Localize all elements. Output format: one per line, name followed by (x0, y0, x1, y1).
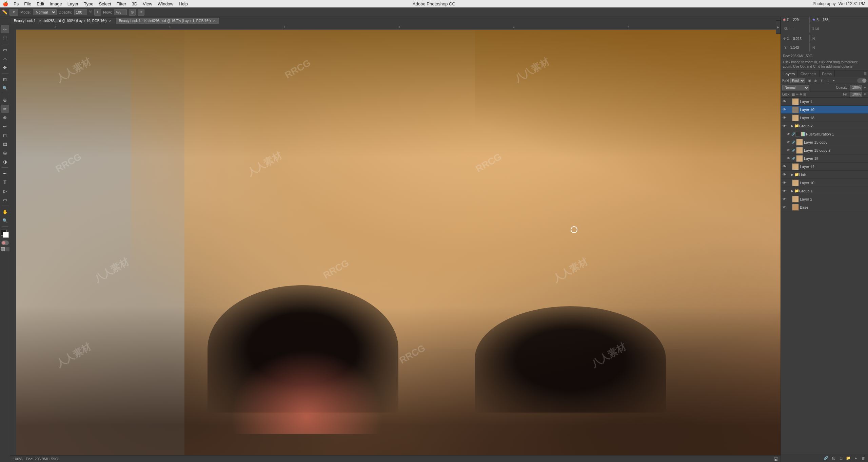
move-tool[interactable]: ⊹ (1, 25, 9, 33)
add-mask-btn[interactable]: ◻ (837, 455, 844, 461)
hair-collapse-icon[interactable]: ▶ (791, 173, 794, 176)
color-picker[interactable] (1, 230, 9, 238)
menu-file[interactable]: File (24, 1, 31, 6)
menu-filter[interactable]: Filter (117, 1, 126, 6)
layer-row-layer1[interactable]: 👁 Layer 1 (781, 98, 868, 106)
layer-row-layer10[interactable]: 👁 Layer 10 (781, 179, 868, 187)
menu-window[interactable]: Window (158, 1, 173, 6)
status-arrow[interactable]: ▶ (774, 457, 778, 461)
filter-shape-icon[interactable]: ◻ (825, 78, 830, 83)
layer-row-layer15[interactable]: 👁 🔗 Layer 15 (781, 154, 868, 163)
huesat-visibility[interactable]: 👁 (786, 131, 791, 137)
lock-transparent-icon[interactable]: ▦ (792, 92, 795, 96)
blend-mode-select[interactable]: Normal (33, 9, 57, 15)
group2-visibility[interactable]: 👁 (782, 123, 787, 129)
marquee-tool[interactable]: ▭ (1, 46, 9, 54)
layer15copy-visibility[interactable]: 👁 (786, 140, 791, 145)
menu-edit[interactable]: Edit (37, 1, 44, 6)
quick-select-tool[interactable]: ✤ (1, 63, 9, 71)
layer-row-group2[interactable]: 👁 ▶ 📁 Group 2 (781, 122, 868, 130)
opacity-input[interactable] (74, 9, 87, 15)
menu-ps[interactable]: Ps (14, 1, 19, 6)
menu-help[interactable]: Help (179, 1, 188, 6)
tab-2-close[interactable]: ✕ (213, 19, 216, 23)
zoom-tool[interactable]: 🔍 (1, 216, 9, 225)
text-tool[interactable]: T (1, 178, 9, 186)
crop-tool[interactable]: ⊡ (1, 75, 9, 83)
lock-artboard-icon[interactable]: ⊞ (803, 92, 806, 96)
base-visibility[interactable]: 👁 (782, 205, 787, 210)
lasso-tool[interactable]: ⌓ (1, 55, 9, 63)
path-select-tool[interactable]: ▷ (1, 187, 9, 195)
layers-tab[interactable]: Layers (781, 70, 798, 77)
group1-collapse-icon[interactable]: ▶ (791, 189, 794, 193)
healing-brush-tool[interactable]: ⊕ (1, 96, 9, 104)
dodge-tool[interactable]: ◑ (1, 158, 9, 166)
filter-adjust-icon[interactable]: ◑ (813, 78, 818, 83)
tab-1-close[interactable]: ✕ (109, 19, 112, 23)
quick-mask-btn[interactable] (1, 240, 9, 245)
filter-smart-icon[interactable]: ✦ (831, 78, 836, 83)
blur-tool[interactable]: ◎ (1, 149, 9, 157)
layer-list[interactable]: 👁 Layer 1 👁 Layer 19 👁 Layer 18 👁 ▶ 📁 Gr… (781, 98, 868, 454)
menu-layer[interactable]: Layer (67, 1, 79, 6)
menu-select[interactable]: Select (99, 1, 111, 6)
paths-tab[interactable]: Paths (820, 70, 835, 77)
artboard-tool[interactable]: ⬚ (1, 34, 9, 42)
pen-tool[interactable]: ✒ (1, 169, 9, 177)
add-style-btn[interactable]: fx (830, 455, 837, 461)
layer-row-layer19[interactable]: 👁 Layer 19 (781, 106, 868, 114)
panel-collapse-btn[interactable]: ▶ (776, 20, 781, 34)
eraser-tool[interactable]: ◻ (1, 131, 9, 139)
eyedropper-tool[interactable]: 🔍 (1, 84, 9, 92)
delete-layer-btn[interactable]: 🗑 (860, 455, 867, 461)
layer-row-layer18[interactable]: 👁 Layer 18 (781, 114, 868, 122)
flow-input[interactable] (114, 9, 127, 15)
group1-visibility[interactable]: 👁 (782, 188, 787, 194)
layer-blend-select[interactable]: Normal (782, 85, 809, 90)
layer15-visibility[interactable]: 👁 (786, 156, 791, 161)
layer10-visibility[interactable]: 👁 (782, 180, 787, 186)
standard-mode[interactable] (1, 247, 5, 251)
full-mode[interactable] (5, 247, 9, 251)
menu-image[interactable]: Image (50, 1, 62, 6)
brush-preset-picker[interactable]: ▼ (9, 9, 18, 16)
layer1-visibility[interactable]: 👁 (782, 99, 787, 104)
layer-row-base[interactable]: 👁 Base (781, 203, 868, 211)
history-brush-tool[interactable]: ↩ (1, 122, 9, 130)
hair-visibility[interactable]: 👁 (782, 172, 787, 177)
fill-input[interactable] (850, 92, 862, 97)
tab-2[interactable]: Beauty Look 1 – Katie0295.psd @ 16.7% (L… (115, 17, 219, 24)
layer-filter-toggle[interactable] (857, 78, 867, 83)
new-group-btn[interactable]: 📁 (845, 455, 852, 461)
menu-view[interactable]: View (143, 1, 152, 6)
layer-row-huesat[interactable]: 👁 🔗 Hue/Saturation 1 (781, 130, 868, 138)
shape-tool[interactable]: ▭ (1, 196, 9, 204)
apple-menu[interactable]: 🍎 (3, 1, 8, 6)
opacity-input-layers[interactable] (850, 85, 862, 90)
menu-type[interactable]: Type (84, 1, 93, 6)
layer14-visibility[interactable]: 👁 (782, 164, 787, 169)
layer-row-layer2[interactable]: 👁 Layer 2 (781, 195, 868, 203)
menu-3d[interactable]: 3D (132, 1, 137, 6)
filter-type-icon[interactable]: T (819, 78, 824, 83)
tab-1[interactable]: Beauty Look 1 – Katie0283.psd @ 100% (La… (10, 17, 115, 24)
link-layers-btn[interactable]: 🔗 (823, 455, 829, 461)
filter-pixel-icon[interactable]: ▣ (807, 78, 812, 83)
group2-collapse-icon[interactable]: ▶ (791, 124, 794, 128)
gradient-tool[interactable]: ▤ (1, 140, 9, 148)
layer-row-layer14[interactable]: 👁 Layer 14 (781, 163, 868, 171)
channels-tab[interactable]: Channels (798, 70, 819, 77)
layer-row-layer15copy[interactable]: 👁 🔗 Layer 15 copy (781, 138, 868, 146)
layer2-visibility[interactable]: 👁 (782, 196, 787, 202)
smoothing-btn[interactable]: ◎ (129, 9, 136, 16)
layer19-visibility[interactable]: 👁 (782, 107, 787, 112)
layer18-visibility[interactable]: 👁 (782, 115, 787, 121)
layers-panel-menu-icon[interactable]: ☰ (864, 72, 867, 76)
brush-tool[interactable]: ✏ (1, 105, 9, 113)
airbrush-btn[interactable]: ✦ (94, 9, 101, 16)
background-color[interactable] (3, 232, 9, 238)
clone-stamp-tool[interactable]: ⊗ (1, 113, 9, 122)
color-dynamics-btn[interactable]: ✦ (138, 9, 144, 16)
layer-row-hair[interactable]: 👁 ▶ 📁 Hair (781, 171, 868, 179)
